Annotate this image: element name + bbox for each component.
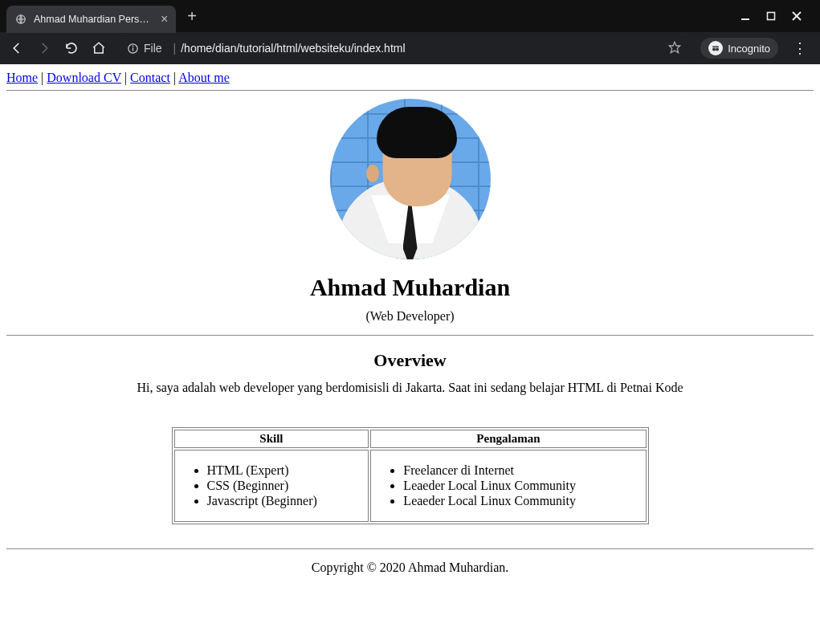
window-controls [740,10,814,22]
nav-sep: | [170,71,178,84]
incognito-indicator[interactable]: Incognito [700,38,778,59]
nav-home[interactable]: Home [6,71,38,84]
globe-icon [14,13,27,26]
list-item: HTML (Expert) [207,463,362,478]
list-item: Leaeder Local Linux Community [403,479,638,493]
new-tab-button[interactable]: + [181,7,203,26]
close-icon[interactable]: × [161,12,168,26]
svg-rect-11 [712,47,719,48]
tab-title: Ahmad Muhardian Personal W [34,14,154,25]
address-bar: File | /home/dian/tutorial/html/websitek… [0,32,820,64]
back-icon[interactable] [8,39,26,57]
profile-role: (Web Developer) [6,309,814,324]
divider [6,90,814,91]
nav-download-cv[interactable]: Download CV [47,71,121,84]
overview-heading: Overview [6,350,814,371]
svg-rect-2 [768,13,775,20]
url-separator: | [173,42,177,55]
footer: Copyright © 2020 Ahmad Muhardian. [6,554,814,581]
browser-tab[interactable]: Ahmad Muhardian Personal W × [6,6,176,33]
nav-sep: | [121,71,130,84]
nav-about-me[interactable]: About me [178,71,230,84]
table-header-row: Skill Pengalaman [174,430,647,448]
nav-sep: | [38,71,47,84]
table-header-skill: Skill [174,430,369,448]
incognito-label: Incognito [728,43,770,55]
list-item: Leaeder Local Linux Community [403,494,638,508]
svg-point-7 [133,46,133,47]
avatar [330,99,491,259]
svg-point-10 [716,48,719,51]
list-item: CSS (Beginner) [207,479,362,493]
url-path: /home/dian/tutorial/html/websiteku/index… [181,42,405,55]
incognito-icon [708,41,723,55]
page-viewport: Home | Download CV | Contact | About me … [0,64,820,644]
minimize-icon[interactable] [740,10,751,22]
url-scheme: File [144,42,162,55]
header-block: Ahmad Muhardian (Web Developer) [6,99,814,324]
top-nav: Home | Download CV | Contact | About me [6,71,814,85]
kebab-menu-icon[interactable]: ⋮ [788,39,812,57]
info-icon[interactable] [127,43,139,55]
maximize-icon[interactable] [765,10,777,22]
forward-icon[interactable] [35,39,53,57]
divider [6,548,814,549]
tab-strip: Ahmad Muhardian Personal W × + [0,0,820,32]
url-bar[interactable]: File | /home/dian/tutorial/html/websitek… [117,36,691,60]
list-item: Freelancer di Internet [403,463,638,478]
overview-text: Hi, saya adalah web developer yang berdo… [6,381,814,395]
divider [6,335,814,336]
skills-cell: HTML (Expert) CSS (Beginner) Javascript … [174,450,369,522]
list-item: Javascript (Beginner) [207,494,362,508]
browser-chrome: Ahmad Muhardian Personal W × + File | [0,0,820,64]
table-row: HTML (Expert) CSS (Beginner) Javascript … [174,450,647,522]
experience-cell: Freelancer di Internet Leaeder Local Lin… [370,450,646,522]
svg-point-9 [712,48,716,51]
footer-text: Copyright © 2020 Ahmad Muhardian. [312,560,508,574]
svg-marker-8 [670,42,680,52]
table-header-experience: Pengalaman [370,430,646,448]
reload-icon[interactable] [63,39,80,57]
nav-contact[interactable]: Contact [130,71,170,84]
profile-name: Ahmad Muhardian [6,274,814,301]
skills-table: Skill Pengalaman HTML (Expert) CSS (Begi… [172,427,649,524]
bookmark-star-icon[interactable] [668,41,681,56]
close-window-icon[interactable] [791,10,802,22]
main-block: Overview Hi, saya adalah web developer y… [6,350,814,524]
home-icon[interactable] [90,39,108,57]
